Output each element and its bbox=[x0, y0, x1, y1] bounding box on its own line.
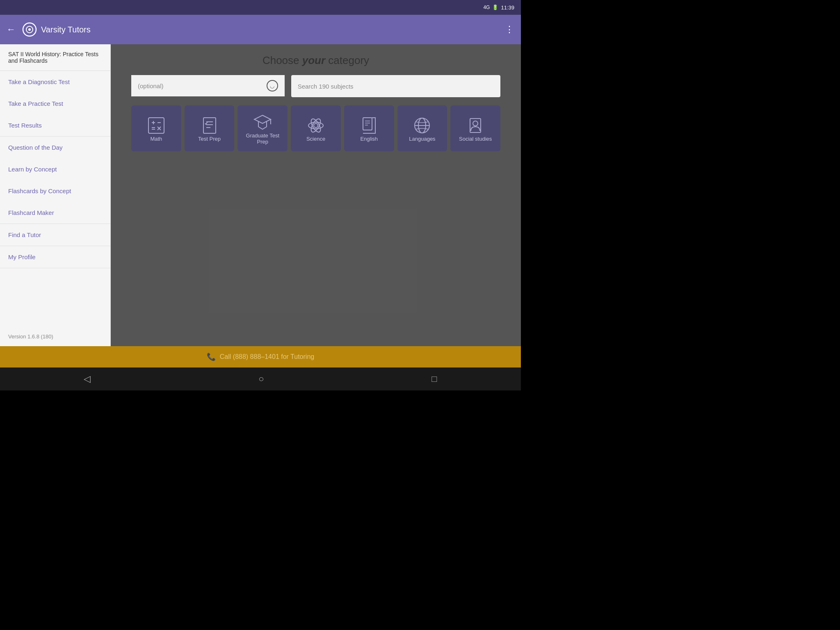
math-icon bbox=[146, 115, 167, 136]
svg-point-2 bbox=[28, 28, 31, 31]
category-languages[interactable]: Languages bbox=[397, 105, 447, 151]
sidebar-item-flashcards-by-concept[interactable]: Flashcards by Concept bbox=[0, 180, 110, 202]
battery-icon: 🔋 bbox=[492, 5, 498, 10]
back-nav-button[interactable]: ◁ bbox=[84, 374, 91, 384]
social-icon bbox=[465, 115, 486, 136]
svg-rect-21 bbox=[363, 118, 372, 130]
call-bar[interactable]: 📞 Call (888) 888–1401 for Tutoring bbox=[0, 346, 521, 368]
optional-search-box[interactable]: (optional) ◡ bbox=[131, 75, 285, 97]
math-label: Math bbox=[150, 136, 162, 142]
category-grid: Math Test Prep bbox=[131, 105, 500, 151]
science-label: Science bbox=[306, 136, 325, 142]
category-social-studies[interactable]: Social studies bbox=[450, 105, 500, 151]
sidebar-context-label: SAT II World History: Practice Tests and… bbox=[0, 44, 110, 71]
science-icon bbox=[306, 115, 326, 136]
svg-rect-3 bbox=[148, 118, 164, 133]
languages-icon bbox=[412, 115, 432, 136]
app-logo bbox=[22, 22, 37, 37]
sidebar-section-tests: Take a Diagnostic Test Take a Practice T… bbox=[0, 71, 110, 137]
languages-label: Languages bbox=[409, 136, 435, 142]
sidebar-section-profile: My Profile bbox=[0, 246, 110, 268]
sidebar-section-study: Question of the Day Learn by Concept Fla… bbox=[0, 137, 110, 224]
category-science[interactable]: Science bbox=[291, 105, 341, 151]
english-label: English bbox=[360, 136, 378, 142]
english-icon bbox=[359, 115, 379, 136]
sidebar: SAT II World History: Practice Tests and… bbox=[0, 44, 111, 346]
svg-point-30 bbox=[473, 121, 478, 126]
navigation-bar: ◁ ○ □ bbox=[0, 368, 521, 390]
testprep-label: Test Prep bbox=[198, 136, 221, 142]
gradtest-label: Graduate Test Prep bbox=[241, 132, 284, 145]
sidebar-item-learn-by-concept[interactable]: Learn by Concept bbox=[0, 158, 110, 180]
subject-search-placeholder: Search 190 subjects bbox=[298, 83, 354, 90]
sidebar-item-flashcard-maker[interactable]: Flashcard Maker bbox=[0, 202, 110, 224]
home-nav-button[interactable]: ○ bbox=[258, 374, 264, 384]
choose-category-title: Choose your category bbox=[262, 54, 369, 67]
phone-icon: 📞 bbox=[207, 352, 216, 361]
category-english[interactable]: English bbox=[344, 105, 394, 151]
sidebar-item-my-profile[interactable]: My Profile bbox=[0, 246, 110, 268]
more-options-button[interactable]: ⋮ bbox=[505, 24, 514, 35]
status-icons: 4G 🔋 11:39 bbox=[483, 5, 514, 11]
category-chooser: Choose your category (optional) ◡ Search… bbox=[111, 44, 521, 346]
app-version: Version 1.6.8 (180) bbox=[0, 327, 110, 346]
recents-nav-button[interactable]: □ bbox=[431, 374, 437, 384]
sidebar-item-practice-test[interactable]: Take a Practice Test bbox=[0, 93, 110, 114]
main-layout: SAT II World History: Practice Tests and… bbox=[0, 44, 521, 346]
svg-rect-11 bbox=[203, 118, 216, 133]
time-display: 11:39 bbox=[501, 5, 514, 11]
app-header: ← Varsity Tutors ⋮ bbox=[0, 15, 521, 44]
back-button[interactable]: ← bbox=[7, 24, 16, 35]
app-title: Varsity Tutors bbox=[41, 25, 505, 34]
sidebar-item-question-of-day[interactable]: Question of the Day bbox=[0, 137, 110, 158]
category-grad-test-prep[interactable]: Graduate Test Prep bbox=[237, 105, 288, 151]
search-row: (optional) ◡ Search 190 subjects bbox=[131, 75, 500, 97]
status-bar: 4G 🔋 11:39 bbox=[0, 0, 521, 15]
optional-placeholder: (optional) bbox=[138, 82, 164, 89]
sidebar-item-find-tutor[interactable]: Find a Tutor bbox=[0, 224, 110, 246]
sidebar-item-test-results[interactable]: Test Results bbox=[0, 114, 110, 136]
sidebar-item-diagnostic-test[interactable]: Take a Diagnostic Test bbox=[0, 71, 110, 93]
social-studies-label: Social studies bbox=[459, 136, 492, 142]
sidebar-section-tutor: Find a Tutor bbox=[0, 224, 110, 246]
subject-search-box[interactable]: Search 190 subjects bbox=[291, 75, 500, 97]
compass-icon: ◡ bbox=[267, 80, 278, 91]
call-bar-text: Call (888) 888–1401 for Tutoring bbox=[220, 353, 314, 361]
testprep-icon bbox=[199, 115, 220, 136]
main-content: Choose your category (optional) ◡ Search… bbox=[111, 44, 521, 346]
svg-marker-15 bbox=[254, 115, 271, 123]
svg-point-17 bbox=[314, 123, 318, 128]
category-math[interactable]: Math bbox=[131, 105, 181, 151]
category-test-prep[interactable]: Test Prep bbox=[185, 105, 235, 151]
network-indicator: 4G bbox=[483, 5, 490, 10]
gradtest-icon bbox=[252, 112, 273, 132]
